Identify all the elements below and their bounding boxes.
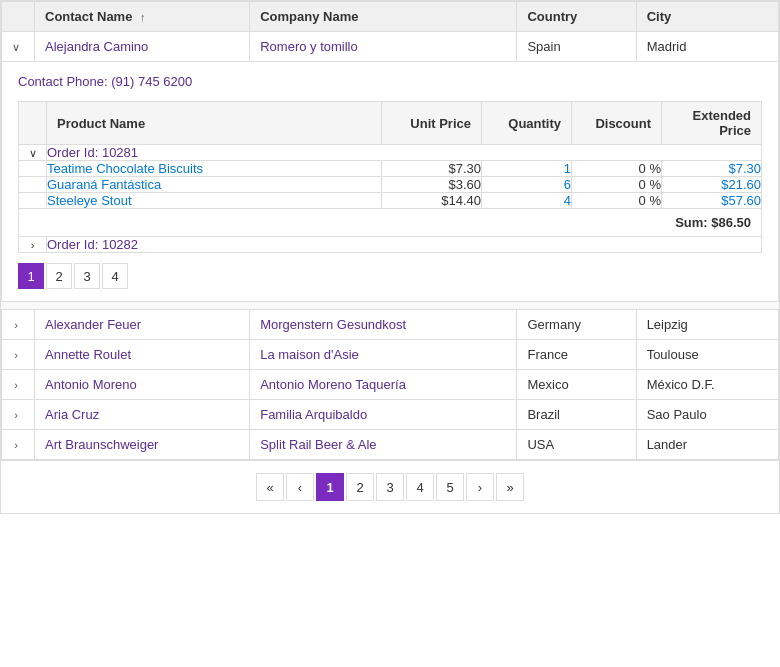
expand-toggle[interactable]: ∨ — [2, 32, 35, 62]
quantity-cell: 4 — [482, 193, 572, 209]
discount-header: Discount — [572, 102, 662, 145]
product-link[interactable]: Steeleye Stout — [47, 193, 132, 208]
contact-link[interactable]: Annette Roulet — [45, 347, 131, 362]
row-alexander-feuer: › Alexander Feuer Morgenstern Gesundkost… — [2, 310, 779, 340]
chevron-right-icon: › — [14, 319, 18, 331]
sum-row: Sum: $86.50 — [19, 209, 762, 237]
inner-pagination: 1234 — [18, 263, 762, 289]
inner-page-4-button[interactable]: 4 — [102, 263, 128, 289]
company-name-cell[interactable]: Romero y tomillo — [250, 32, 517, 62]
detail-panel: Contact Phone: (91) 745 6200 Product Nam… — [2, 62, 778, 301]
contact-name-label: Contact Name — [45, 9, 132, 24]
city-value: Madrid — [647, 39, 687, 54]
company-link[interactable]: Morgenstern Gesundkost — [260, 317, 406, 332]
order-table: Product Name Unit Price Quantity — [18, 101, 762, 253]
next-page-button[interactable]: › — [466, 473, 494, 501]
collapse-icon-cell[interactable]: › — [2, 310, 35, 340]
row-antonio-moreno: › Antonio Moreno Antonio Moreno Taquería… — [2, 370, 779, 400]
company-link[interactable]: Split Rail Beer & Ale — [260, 437, 376, 452]
contact-link[interactable]: Art Braunschweiger — [45, 437, 158, 452]
inner-page-2-button[interactable]: 2 — [46, 263, 72, 289]
company-name-link[interactable]: Romero y tomillo — [260, 39, 358, 54]
company-name-cell[interactable]: Antonio Moreno Taquería — [250, 370, 517, 400]
page-2-button[interactable]: 2 — [346, 473, 374, 501]
company-link[interactable]: Familia Arquibaldo — [260, 407, 367, 422]
inner-page-3-button[interactable]: 3 — [74, 263, 100, 289]
country-cell: Spain — [517, 32, 636, 62]
product-row: Steeleye Stout $14.40 4 0 % $57.60 — [19, 193, 762, 209]
contact-name-link[interactable]: Alejandra Camino — [45, 39, 148, 54]
order-expand-toggle[interactable]: ∨ — [19, 145, 47, 161]
contact-name-cell[interactable]: Art Braunschweiger — [35, 430, 250, 460]
contact-name-header[interactable]: Contact Name ↑ — [35, 2, 250, 32]
sort-icon[interactable]: ↑ — [140, 11, 146, 23]
contact-link[interactable]: Alexander Feuer — [45, 317, 141, 332]
collapse-icon-cell[interactable]: › — [2, 370, 35, 400]
collapse-icon-cell[interactable]: › — [2, 430, 35, 460]
collapse-icon-cell[interactable]: › — [2, 340, 35, 370]
order-table-header: Product Name Unit Price Quantity — [19, 102, 762, 145]
collapse-icon-cell[interactable]: › — [2, 400, 35, 430]
city-cell: Toulouse — [636, 340, 778, 370]
company-name-cell[interactable]: Familia Arquibaldo — [250, 400, 517, 430]
company-name-cell[interactable]: La maison d'Asie — [250, 340, 517, 370]
table-header: Contact Name ↑ Company Name Country City — [2, 2, 779, 32]
contact-name-cell[interactable]: Aria Cruz — [35, 400, 250, 430]
first-page-button[interactable]: « — [256, 473, 284, 501]
company-name-cell[interactable]: Split Rail Beer & Ale — [250, 430, 517, 460]
product-row: Guaraná Fantástica $3.60 6 0 % $21.60 — [19, 177, 762, 193]
page-1-button[interactable]: 1 — [316, 473, 344, 501]
product-expand-cell — [19, 193, 47, 209]
city-label: City — [647, 9, 672, 24]
company-link[interactable]: Antonio Moreno Taquería — [260, 377, 406, 392]
product-row: Teatime Chocolate Biscuits $7.30 1 0 % $… — [19, 161, 762, 177]
contact-link[interactable]: Antonio Moreno — [45, 377, 137, 392]
prev-page-button[interactable]: ‹ — [286, 473, 314, 501]
inner-page-1-button[interactable]: 1 — [18, 263, 44, 289]
company-name-cell[interactable]: Morgenstern Gesundkost — [250, 310, 517, 340]
order-id-row: ∨ Order Id: 10281 — [19, 145, 762, 161]
discount-label: Discount — [595, 116, 651, 131]
last-page-button[interactable]: » — [496, 473, 524, 501]
chevron-right-icon: › — [14, 409, 18, 421]
country-label: Country — [527, 9, 577, 24]
row-art-braunschweiger: › Art Braunschweiger Split Rail Beer & A… — [2, 430, 779, 460]
page-5-button[interactable]: 5 — [436, 473, 464, 501]
page-3-button[interactable]: 3 — [376, 473, 404, 501]
product-link[interactable]: Guaraná Fantástica — [47, 177, 161, 192]
contact-name-cell[interactable]: Annette Roulet — [35, 340, 250, 370]
company-name-label: Company Name — [260, 9, 358, 24]
contact-name-cell[interactable]: Alejandra Camino — [35, 32, 250, 62]
country-cell: Brazil — [517, 400, 636, 430]
chevron-right-icon: › — [31, 239, 35, 251]
company-link[interactable]: La maison d'Asie — [260, 347, 359, 362]
city-cell: Lander — [636, 430, 778, 460]
order-expand-toggle[interactable]: › — [19, 237, 47, 253]
product-name-cell[interactable]: Guaraná Fantástica — [47, 177, 382, 193]
order-id-cell: Order Id: 10281 — [47, 145, 762, 161]
chevron-right-icon: › — [14, 439, 18, 451]
separator-row — [2, 302, 779, 310]
discount-cell: 0 % — [572, 177, 662, 193]
expanded-contact-row: ∨ Alejandra Camino Romero y tomillo Spai… — [2, 32, 779, 62]
country-cell: Germany — [517, 310, 636, 340]
discount-cell: 0 % — [572, 193, 662, 209]
contact-name-cell[interactable]: Antonio Moreno — [35, 370, 250, 400]
page-4-button[interactable]: 4 — [406, 473, 434, 501]
chevron-right-icon: › — [14, 379, 18, 391]
order-id-link[interactable]: Order Id: 10282 — [47, 237, 138, 252]
product-link[interactable]: Teatime Chocolate Biscuits — [47, 161, 203, 176]
quantity-label: Quantity — [508, 116, 561, 131]
contact-phone: Contact Phone: (91) 745 6200 — [18, 74, 762, 89]
order-id-link[interactable]: Order Id: 10281 — [47, 145, 138, 160]
product-name-cell[interactable]: Teatime Chocolate Biscuits — [47, 161, 382, 177]
country-cell: Mexico — [517, 370, 636, 400]
bottom-pagination: « ‹ 1 2 3 4 5 › » — [1, 460, 779, 513]
product-name-cell[interactable]: Steeleye Stout — [47, 193, 382, 209]
contact-link[interactable]: Aria Cruz — [45, 407, 99, 422]
contact-name-cell[interactable]: Alexander Feuer — [35, 310, 250, 340]
country-header: Country — [517, 2, 636, 32]
country-cell: USA — [517, 430, 636, 460]
detail-panel-cell: Contact Phone: (91) 745 6200 Product Nam… — [2, 62, 779, 302]
quantity-header: Quantity — [482, 102, 572, 145]
